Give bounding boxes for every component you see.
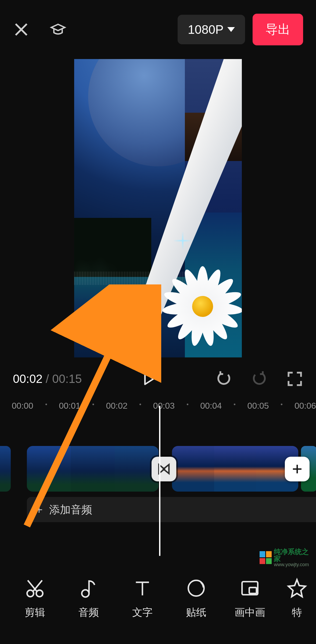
transition-button[interactable] <box>152 457 176 481</box>
ruler-dot <box>281 404 282 405</box>
ruler-tick: 00:06 <box>295 401 316 411</box>
graduation-cap-icon <box>50 21 66 38</box>
ruler-dot <box>92 404 94 405</box>
watermark-logo-icon <box>260 551 272 564</box>
control-icons <box>216 371 303 387</box>
time-display: 00:02 / 00:15 <box>13 372 82 386</box>
ruler-tick: 00:00 <box>12 401 33 411</box>
ruler-tick: 00:03 <box>153 401 175 411</box>
video-clip-1[interactable] <box>27 446 159 492</box>
fullscreen-button[interactable] <box>286 371 303 387</box>
tool-label: 贴纸 <box>186 606 206 619</box>
watermark-text: 纯净系统之家 www.yowjty.com <box>274 548 313 567</box>
top-bar-left <box>13 21 66 38</box>
export-button[interactable]: 导出 <box>253 14 303 45</box>
play-icon <box>141 372 156 386</box>
tool-label: 剪辑 <box>25 606 45 619</box>
playback-controls: 00:02 / 00:15 <box>0 357 316 398</box>
undo-button[interactable] <box>216 371 232 387</box>
resolution-selector[interactable]: 1080P <box>178 15 245 44</box>
tool-label: 文字 <box>132 606 153 619</box>
preview-area <box>0 54 316 357</box>
tool-sticker[interactable]: 贴纸 <box>169 578 223 619</box>
text-icon <box>132 578 153 599</box>
plus-icon: + <box>35 502 43 517</box>
timeline[interactable]: + 添加音频 <box>0 416 316 556</box>
ruler-dot <box>139 404 141 405</box>
tool-label: 画中画 <box>235 606 265 619</box>
star-icon <box>286 578 307 599</box>
close-button[interactable] <box>13 21 30 38</box>
chevron-down-icon <box>227 27 235 32</box>
playhead[interactable] <box>159 406 160 556</box>
ruler-tick: 00:02 <box>106 401 128 411</box>
help-button[interactable] <box>50 21 66 38</box>
export-label: 导出 <box>265 22 290 36</box>
clip-thumbnail <box>214 446 256 492</box>
trees-graphic <box>74 218 151 277</box>
watermark: 纯净系统之家 www.yowjty.com <box>260 549 313 566</box>
fullscreen-icon <box>286 371 303 387</box>
tool-label: 特 <box>292 606 302 619</box>
add-clip-button[interactable] <box>285 457 310 481</box>
top-bar-right: 1080P 导出 <box>178 14 303 45</box>
flower-center <box>192 296 213 317</box>
tool-audio[interactable]: 音频 <box>62 578 116 619</box>
add-audio-button[interactable]: + 添加音频 <box>27 497 316 522</box>
ruler-inner: 00:00 00:01 00:02 00:03 00:04 00:05 00:0… <box>11 398 305 414</box>
tool-pip[interactable]: 画中画 <box>223 578 277 619</box>
resolution-label: 1080P <box>188 22 224 37</box>
ruler-dot <box>187 404 188 405</box>
tool-text[interactable]: 文字 <box>116 578 169 619</box>
tool-edit[interactable]: 剪辑 <box>8 578 62 619</box>
sticker-icon <box>186 578 207 599</box>
clip-thumbnail <box>172 446 214 492</box>
video-preview[interactable] <box>74 59 242 357</box>
time-ruler[interactable]: 00:00 00:01 00:02 00:03 00:04 00:05 00:0… <box>0 398 316 414</box>
ruler-dot <box>45 404 47 405</box>
scissors-icon <box>24 578 45 599</box>
play-button[interactable] <box>141 372 156 386</box>
top-bar: 1080P 导出 <box>0 0 316 54</box>
total-time: 00:15 <box>52 372 82 386</box>
svg-point-3 <box>82 590 89 597</box>
ruler-tick: 00:05 <box>247 401 269 411</box>
time-separator: / <box>46 372 49 386</box>
flower-graphic <box>168 272 238 341</box>
svg-rect-6 <box>249 587 257 593</box>
plus-icon <box>291 463 304 475</box>
ruler-tick: 00:01 <box>59 401 80 411</box>
redo-icon <box>251 371 268 387</box>
video-clip-2[interactable] <box>172 446 298 492</box>
music-note-icon <box>78 578 99 599</box>
tool-effects[interactable]: 特 <box>277 578 316 619</box>
clip-thumbnail <box>71 446 114 492</box>
close-icon <box>13 21 30 38</box>
ruler-dot <box>234 404 235 405</box>
bottom-toolbar: 剪辑 音频 文字 贴纸 画中画 特 <box>0 569 316 644</box>
redo-button[interactable] <box>251 371 268 387</box>
tool-label: 音频 <box>78 606 99 619</box>
pip-icon <box>239 578 260 599</box>
undo-icon <box>216 371 232 387</box>
clip-thumbnail <box>27 446 71 492</box>
ruler-tick: 00:04 <box>200 401 222 411</box>
current-time: 00:02 <box>13 372 42 386</box>
add-audio-label: 添加音频 <box>49 502 92 517</box>
